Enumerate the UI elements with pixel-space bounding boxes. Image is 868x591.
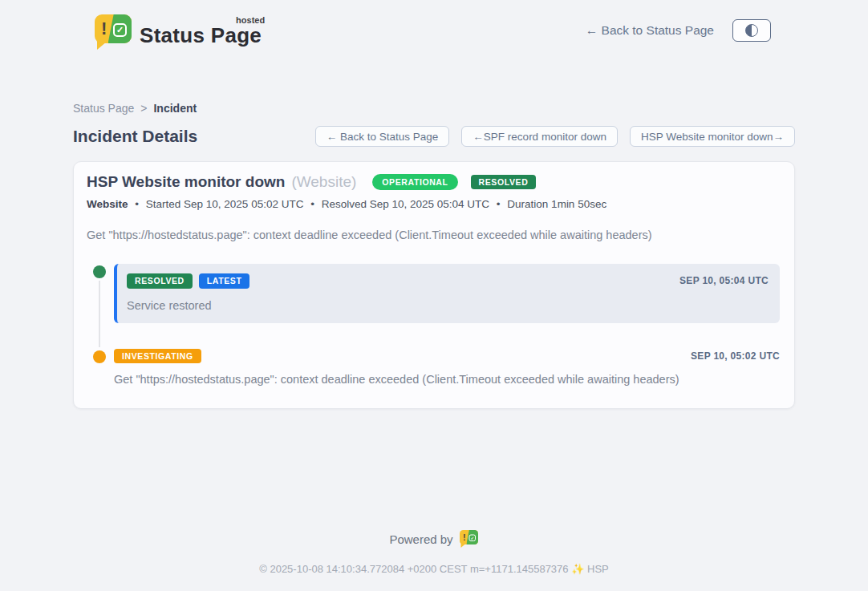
incident-description: Get "https://hostedstatus.page": context… — [87, 229, 780, 241]
brand-name: Status Page — [140, 23, 262, 47]
powered-by-logo-icon[interactable]: ! ✓ — [460, 529, 479, 548]
header-back-link[interactable]: ← Back to Status Page — [586, 23, 714, 38]
brand[interactable]: ! ✓ hosted Status Page — [95, 13, 265, 48]
timeline-content: RESOLVED LATEST SEP 10, 05:04 UTC Servic… — [114, 265, 780, 323]
brand-hosted-label: hosted — [236, 15, 265, 25]
timeline-timestamp: SEP 10, 05:02 UTC — [691, 350, 780, 362]
meta-separator: • — [310, 198, 314, 210]
incident-card: HSP Website monitor down (Website) OPERA… — [73, 161, 795, 409]
breadcrumb-incident: Incident — [153, 102, 197, 115]
timeline-resolved-badge: RESOLVED — [127, 273, 193, 289]
exclamation-icon: ! — [101, 20, 107, 38]
logo-bubble: ! ✓ — [95, 14, 132, 43]
timeline-item-resolved: RESOLVED LATEST SEP 10, 05:04 UTC Servic… — [87, 265, 780, 323]
theme-toggle-icon — [745, 24, 758, 37]
timeline-dot-green — [93, 265, 106, 278]
theme-toggle-button[interactable] — [732, 19, 771, 42]
logo-bubble-tail — [460, 544, 465, 548]
next-incident-button[interactable]: HSP Website monitor down→ — [630, 126, 795, 147]
timeline-item-investigating: INVESTIGATING SEP 10, 05:02 UTC Get "htt… — [87, 349, 780, 387]
timeline-content: INVESTIGATING SEP 10, 05:02 UTC Get "htt… — [114, 349, 780, 387]
meta-separator: • — [135, 198, 139, 210]
incident-subtitle: (Website) — [291, 173, 356, 191]
header-actions: ← Back to Status Page — [586, 19, 771, 42]
timeline-connector-line — [99, 280, 100, 347]
timeline-message: Get "https://hostedstatus.page": context… — [114, 373, 780, 386]
resolved-badge: RESOLVED — [471, 175, 537, 190]
powered-by-label: Powered by — [389, 532, 452, 546]
timeline-timestamp: SEP 10, 05:04 UTC — [679, 275, 769, 286]
incident-resolved: Resolved Sep 10, 2025 05:04 UTC — [322, 198, 489, 210]
incident-service: Website — [87, 198, 128, 210]
timeline-badge-row: INVESTIGATING SEP 10, 05:02 UTC — [114, 349, 780, 364]
incident-title-row: HSP Website monitor down (Website) OPERA… — [87, 173, 780, 191]
logo-bubble: ! ✓ — [460, 530, 478, 544]
logo-bubble-tail — [97, 42, 107, 50]
brand-logo-icon: ! ✓ — [95, 13, 132, 48]
incident-duration: Duration 1min 50sec — [507, 198, 606, 210]
header: ! ✓ hosted Status Page ← Back to Status … — [0, 0, 868, 61]
brand-text: hosted Status Page — [140, 23, 265, 48]
copyright-text: © 2025-10-08 14:10:34.772084 +0200 CEST … — [0, 563, 868, 575]
breadcrumb: Status Page > Incident — [73, 102, 795, 115]
timeline-dot-orange — [93, 350, 106, 363]
prev-incident-button[interactable]: ←SPF record monitor down — [461, 126, 618, 147]
check-icon: ✓ — [468, 535, 476, 542]
incident-meta: Website • Started Sep 10, 2025 05:02 UTC… — [87, 198, 780, 210]
brand-logo-icon-small: ! ✓ — [460, 529, 478, 547]
title-row: Incident Details ← Back to Status Page ←… — [73, 126, 795, 147]
powered-by: Powered by ! ✓ — [0, 529, 868, 548]
main-content: Status Page > Incident Incident Details … — [73, 61, 795, 409]
incident-title: HSP Website monitor down — [87, 173, 285, 191]
back-to-status-page-button[interactable]: ← Back to Status Page — [315, 126, 450, 147]
operational-badge: OPERATIONAL — [372, 174, 457, 191]
timeline-highlight-box: RESOLVED LATEST SEP 10, 05:04 UTC Servic… — [114, 264, 780, 323]
timeline-message: Service restored — [127, 299, 769, 312]
meta-separator: • — [497, 198, 501, 210]
timeline-badge-row: RESOLVED LATEST SEP 10, 05:04 UTC — [127, 273, 769, 289]
incident-nav-buttons: ← Back to Status Page ←SPF record monito… — [315, 126, 795, 147]
exclamation-icon: ! — [463, 533, 466, 542]
timeline-investigating-badge: INVESTIGATING — [114, 349, 201, 364]
check-icon: ✓ — [113, 23, 127, 37]
page-title: Incident Details — [73, 127, 197, 146]
incident-started: Started Sep 10, 2025 05:02 UTC — [146, 198, 304, 210]
breadcrumb-separator: > — [140, 102, 147, 115]
timeline-latest-badge: LATEST — [199, 273, 250, 289]
footer: Powered by ! ✓ © 2025-10-08 14:10:34.772… — [0, 529, 868, 591]
breadcrumb-status-page[interactable]: Status Page — [73, 102, 134, 115]
incident-timeline: RESOLVED LATEST SEP 10, 05:04 UTC Servic… — [87, 265, 780, 386]
